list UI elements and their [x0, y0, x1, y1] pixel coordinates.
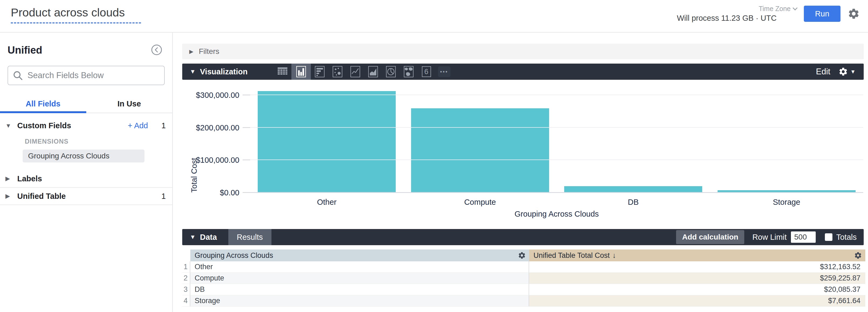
viz-right-controls: Edit ▼ [816, 67, 864, 76]
filters-label: Filters [199, 47, 219, 56]
dimension-cell[interactable]: DB [190, 284, 529, 295]
custom-fields-section-header[interactable]: ▼ Custom Fields + Add 1 [0, 113, 172, 130]
column-gear-icon[interactable] [854, 251, 862, 259]
caret-right-icon: ▶ [5, 193, 13, 200]
time-zone-label: Time Zone [758, 5, 790, 13]
map-icon[interactable] [400, 64, 417, 80]
section-unified-table[interactable]: ▶ Unified Table 1 [0, 187, 172, 205]
dimension-header-label: Grouping Across Clouds [195, 251, 273, 260]
top-header: Product across clouds Time Zone Will pro… [0, 0, 868, 33]
field-search-box[interactable] [7, 66, 165, 85]
table-icon[interactable] [274, 64, 291, 80]
edit-button[interactable]: Edit [816, 67, 830, 76]
y-tick-label: $200,000.00 [182, 123, 239, 132]
ellipsis-glyph: ••• [438, 66, 451, 77]
bar-db[interactable] [564, 186, 702, 193]
bar-compute[interactable] [411, 108, 549, 193]
bars-row [250, 87, 863, 193]
y-tick-mark [243, 192, 250, 193]
x-axis-line [243, 192, 863, 193]
measure-cell[interactable]: $7,661.64 [529, 295, 865, 306]
scatter-icon[interactable] [329, 64, 346, 80]
sidebar-tabs: All Fields In Use [0, 96, 172, 113]
visualization-label: Visualization [200, 67, 248, 76]
measure-column-header[interactable]: Unified Table Total Cost ↓ [529, 249, 865, 261]
custom-fields-count: 1 [160, 121, 166, 130]
row-number: 3 [182, 284, 190, 295]
tab-in-use[interactable]: In Use [86, 96, 173, 113]
pie-chart-icon[interactable] [382, 64, 400, 80]
gridline [250, 127, 863, 128]
chart-region: Total Cost OtherComputeDBStorage Groupin… [182, 80, 864, 229]
unified-table-section-label: Unified Table [17, 192, 66, 201]
dimension-cell[interactable]: Storage [190, 295, 529, 306]
search-icon [13, 71, 23, 80]
totals-checkbox[interactable] [825, 233, 832, 241]
bar-slot [404, 87, 557, 193]
category-label: Compute [404, 198, 557, 207]
column-gear-icon[interactable] [518, 251, 526, 259]
area-chart-icon[interactable] [364, 64, 382, 80]
dimension-cell[interactable]: Compute [190, 273, 529, 284]
run-button[interactable]: Run [804, 6, 840, 22]
field-grouping-across-clouds[interactable]: Grouping Across Clouds [23, 150, 145, 162]
add-calculation-button[interactable]: Add calculation [676, 230, 744, 244]
data-right-controls: Add calculation Row Limit Totals [676, 230, 864, 244]
viz-settings-gear[interactable]: ▼ [838, 67, 856, 76]
caret-right-icon: ▶ [5, 175, 13, 182]
measure-cell[interactable]: $259,225.87 [529, 273, 865, 284]
category-label: DB [557, 198, 710, 207]
column-chart-icon[interactable] [291, 64, 311, 80]
search-input[interactable] [28, 71, 159, 80]
view-title: Unified [7, 44, 165, 56]
tab-all-fields[interactable]: All Fields [0, 96, 86, 113]
dropdown-arrow-icon: ▼ [850, 69, 856, 75]
table-body: 1Other$312,163.522Compute$259,225.873DB$… [182, 261, 865, 307]
time-zone-selector[interactable]: Time Zone [758, 5, 797, 13]
row-limit-input[interactable] [791, 231, 816, 243]
plot-area [250, 87, 863, 193]
measure-header-label: Unified Table Total Cost [533, 251, 610, 260]
row-number: 2 [182, 273, 190, 284]
caret-down-icon[interactable]: ▼ [190, 68, 196, 75]
filters-bar[interactable]: ▶ Filters [182, 44, 864, 59]
settings-gear-icon[interactable] [847, 7, 860, 20]
table-row: 2Compute$259,225.87 [182, 273, 865, 284]
results-tab[interactable]: Results [228, 229, 272, 245]
single-value-icon[interactable]: 6 [417, 64, 435, 80]
totals-label: Totals [836, 233, 857, 242]
more-viz-types-icon[interactable]: ••• [435, 64, 453, 80]
row-limit-label: Row Limit [752, 233, 786, 242]
labels-section-label: Labels [17, 174, 42, 183]
page-title[interactable]: Product across clouds [11, 6, 141, 24]
measure-cell[interactable]: $20,085.37 [529, 284, 865, 295]
section-labels[interactable]: ▶ Labels [0, 170, 172, 187]
measure-cell[interactable]: $312,163.52 [529, 261, 865, 272]
caret-down-icon[interactable]: ▼ [190, 233, 196, 241]
data-label: Data [200, 233, 217, 242]
collapse-sidebar-icon[interactable] [151, 44, 162, 56]
sidebar-sections: ▶ Labels ▶ Unified Table 1 [0, 170, 172, 205]
line-chart-icon[interactable] [346, 64, 364, 80]
dimension-cell[interactable]: Other [190, 261, 529, 272]
field-picker-sidebar: Unified All Fields In Use ▼ Custom Field… [0, 33, 173, 312]
table-row: 3DB$20,085.37 [182, 284, 865, 295]
row-number: 1 [182, 261, 190, 272]
y-tick-mark [243, 159, 250, 160]
caret-right-icon: ▶ [189, 48, 193, 55]
bar-other[interactable] [258, 91, 396, 193]
y-axis-title: Total Cost [190, 87, 199, 193]
chevron-down-icon [793, 5, 797, 10]
dimension-column-header[interactable]: Grouping Across Clouds [190, 249, 529, 261]
results-table: Grouping Across Clouds Unified Table Tot… [182, 249, 865, 307]
caret-down-icon: ▼ [5, 122, 13, 129]
bar-chart-icon[interactable] [311, 64, 329, 80]
visualization-bar: ▼ Visualization [182, 64, 864, 80]
add-custom-field-button[interactable]: + Add [128, 121, 148, 130]
table-row: 1Other$312,163.52 [182, 261, 865, 273]
y-tick-label: $0.00 [182, 188, 239, 197]
bar-slot [250, 87, 404, 193]
category-labels-row: OtherComputeDBStorage [250, 198, 863, 207]
single-value-glyph: 6 [424, 68, 428, 76]
y-tick-label: $100,000.00 [182, 156, 239, 165]
